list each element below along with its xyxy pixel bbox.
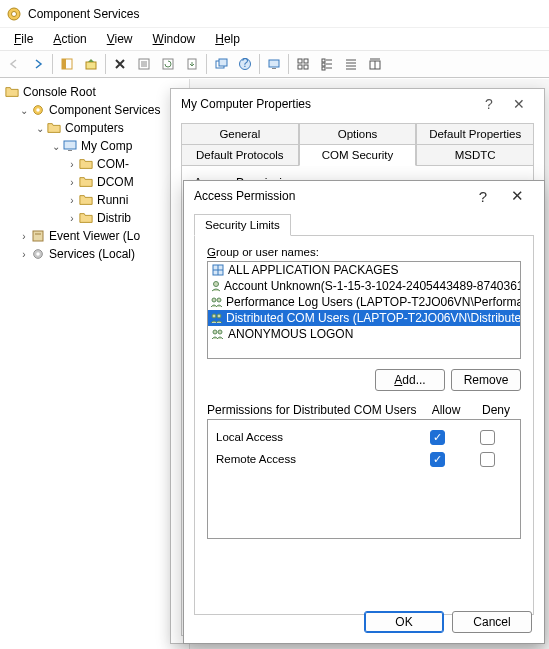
toolbar-separator — [259, 54, 260, 74]
svg-point-47 — [217, 298, 221, 302]
up-button[interactable] — [80, 53, 102, 75]
list-item[interactable]: ANONYMOUS LOGON — [208, 326, 520, 342]
tree-com-plus[interactable]: › COM- — [0, 155, 189, 173]
deny-checkbox-remote[interactable] — [480, 452, 495, 467]
list-item[interactable]: Account Unknown(S-1-15-3-1024-2405443489… — [208, 278, 520, 294]
refresh-button[interactable] — [157, 53, 179, 75]
tree-label: Computers — [65, 121, 124, 135]
tree-label: Services (Local) — [49, 247, 135, 261]
export-button[interactable] — [181, 53, 203, 75]
new-window-button[interactable] — [210, 53, 232, 75]
expand-icon[interactable]: ⌄ — [18, 105, 30, 116]
tree-label: COM- — [97, 157, 129, 171]
expand-icon[interactable]: › — [66, 177, 78, 188]
tab-com-security[interactable]: COM Security — [299, 144, 417, 166]
expand-icon[interactable]: ⌄ — [34, 123, 46, 134]
add-button[interactable]: Add... — [375, 369, 445, 391]
forward-button[interactable] — [27, 53, 49, 75]
view2-button[interactable] — [316, 53, 338, 75]
tree-computers[interactable]: ⌄ Computers — [0, 119, 189, 137]
tree-my-computer[interactable]: ⌄ My Comp — [0, 137, 189, 155]
user-list[interactable]: ALL APPLICATION PACKAGES Account Unknown… — [207, 261, 521, 359]
allow-checkbox-remote[interactable]: ✓ — [430, 452, 445, 467]
allow-checkbox-local[interactable]: ✓ — [430, 430, 445, 445]
tree-distrib[interactable]: › Distrib — [0, 209, 189, 227]
tab-security-limits[interactable]: Security Limits — [194, 214, 291, 236]
gear-icon — [30, 102, 46, 118]
tab-default-protocols[interactable]: Default Protocols — [181, 144, 299, 166]
tree-event-viewer[interactable]: › Event Viewer (Lo — [0, 227, 189, 245]
svg-rect-21 — [322, 59, 325, 62]
expand-icon[interactable]: ⌄ — [50, 141, 62, 152]
tab-msdtc[interactable]: MSDTC — [416, 144, 534, 166]
tab-options[interactable]: Options — [299, 123, 417, 145]
tree-root[interactable]: Console Root — [0, 83, 189, 101]
toolbar-separator — [206, 54, 207, 74]
close-button[interactable]: ✕ — [500, 187, 534, 205]
help-button[interactable]: ? — [474, 96, 504, 112]
svg-rect-4 — [86, 62, 96, 69]
close-button[interactable]: ✕ — [504, 96, 534, 112]
permission-name: Local Access — [216, 431, 412, 443]
svg-rect-18 — [304, 59, 308, 63]
view1-button[interactable] — [292, 53, 314, 75]
tree-services[interactable]: › Services (Local) — [0, 245, 189, 263]
users-icon — [210, 311, 224, 325]
tree-running[interactable]: › Runni — [0, 191, 189, 209]
expand-icon[interactable]: › — [66, 195, 78, 206]
main-titlebar: Component Services — [0, 0, 549, 28]
menu-file[interactable]: File — [4, 30, 43, 48]
access-permission-dialog: Access Permission ? ✕ Security Limits Gr… — [183, 180, 545, 644]
dialog-titlebar[interactable]: My Computer Properties ? ✕ — [171, 89, 544, 119]
help-button[interactable]: ? — [466, 188, 500, 205]
remove-button[interactable]: Remove — [451, 369, 521, 391]
tab-default-properties[interactable]: Default Properties — [416, 123, 534, 145]
permissions-list: Local Access ✓ Remote Access ✓ — [207, 419, 521, 539]
expand-icon[interactable]: › — [66, 159, 78, 170]
svg-rect-3 — [62, 59, 66, 69]
permission-row: Remote Access ✓ — [216, 448, 512, 470]
console-tree[interactable]: Console Root ⌄ Component Services ⌄ Comp… — [0, 79, 190, 649]
ok-button[interactable]: OK — [364, 611, 444, 633]
tree-label: Component Services — [49, 103, 160, 117]
computer-button[interactable] — [263, 53, 285, 75]
menu-help[interactable]: Help — [205, 30, 250, 48]
view4-button[interactable] — [364, 53, 386, 75]
view3-button[interactable] — [340, 53, 362, 75]
svg-point-48 — [212, 314, 216, 318]
toolbar-separator — [52, 54, 53, 74]
tab-general[interactable]: General — [181, 123, 299, 145]
list-item[interactable]: Performance Log Users (LAPTOP-T2JO06VN\P… — [208, 294, 520, 310]
menubar: File Action View Window Help — [0, 28, 549, 50]
list-item-selected[interactable]: Distributed COM Users (LAPTOP-T2JO06VN\D… — [208, 310, 520, 326]
help-button[interactable]: ? — [234, 53, 256, 75]
list-item[interactable]: ALL APPLICATION PACKAGES — [208, 262, 520, 278]
svg-rect-16 — [272, 68, 276, 69]
delete-button[interactable] — [109, 53, 131, 75]
dialog-titlebar[interactable]: Access Permission ? ✕ — [184, 181, 544, 211]
menu-view[interactable]: View — [97, 30, 143, 48]
svg-point-41 — [36, 252, 40, 256]
dialog-title: Access Permission — [194, 189, 295, 203]
group-names-label: Group or user names: — [207, 246, 521, 258]
menu-action[interactable]: Action — [43, 30, 96, 48]
expand-icon[interactable]: › — [18, 231, 30, 242]
event-viewer-icon — [30, 228, 46, 244]
tree-component-services[interactable]: ⌄ Component Services — [0, 101, 189, 119]
deny-checkbox-local[interactable] — [480, 430, 495, 445]
tree-dcom[interactable]: › DCOM — [0, 173, 189, 191]
svg-point-1 — [12, 11, 17, 16]
window-title: Component Services — [28, 7, 139, 21]
show-hide-button[interactable] — [56, 53, 78, 75]
menu-window[interactable]: Window — [143, 30, 206, 48]
list-item-label: Performance Log Users (LAPTOP-T2JO06VN\P… — [226, 295, 521, 309]
list-item-label: Account Unknown(S-1-15-3-1024-2405443489… — [224, 279, 521, 293]
expand-icon[interactable]: › — [18, 249, 30, 260]
cancel-button[interactable]: Cancel — [452, 611, 532, 633]
properties-button[interactable] — [133, 53, 155, 75]
tree-label: My Comp — [81, 139, 132, 153]
permission-name: Remote Access — [216, 453, 412, 465]
svg-point-35 — [36, 108, 40, 112]
expand-icon[interactable]: › — [66, 213, 78, 224]
permissions-for-label: Permissions for Distributed COM Users — [207, 403, 421, 417]
